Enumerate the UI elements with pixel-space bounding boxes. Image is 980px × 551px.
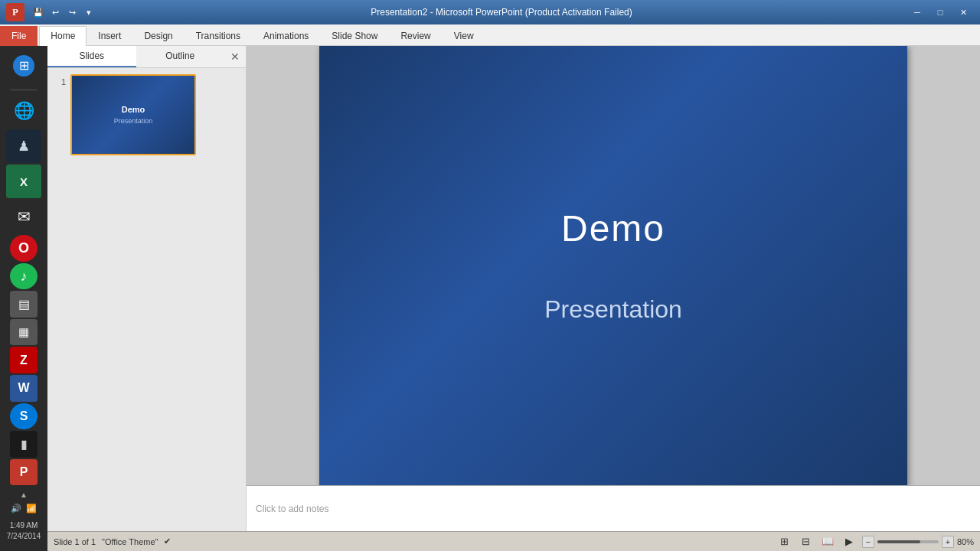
thumbnails-list: 1 Demo Presentation bbox=[47, 68, 246, 531]
save-qat-button[interactable]: 💾 bbox=[31, 5, 46, 20]
reading-view-button[interactable]: 📖 bbox=[819, 534, 836, 549]
slide-sorter-button[interactable]: ⊟ bbox=[798, 534, 815, 549]
taskbar-terminal-icon[interactable]: ▮ bbox=[10, 431, 38, 458]
svg-text:⊞: ⊞ bbox=[19, 59, 29, 72]
start-button[interactable]: ⊞ bbox=[6, 49, 41, 83]
tab-animations[interactable]: Animations bbox=[252, 26, 320, 46]
notes-pane[interactable]: Click to add notes bbox=[247, 485, 980, 531]
ribbon-tabs: File Home Insert Design Transitions Anim… bbox=[0, 24, 980, 45]
minimize-button[interactable]: ─ bbox=[906, 4, 928, 21]
thumbnail-slide: Demo Presentation bbox=[72, 76, 194, 154]
taskbar-manager-icon[interactable]: ▦ bbox=[10, 319, 38, 346]
zoom-slider[interactable] bbox=[877, 540, 939, 543]
window-title: Presentation2 - Microsoft PowerPoint (Pr… bbox=[96, 7, 906, 18]
slide-count: Slide 1 of 1 bbox=[54, 537, 96, 546]
network-icon[interactable]: 🔊 bbox=[10, 502, 22, 514]
close-panel-button[interactable]: ✕ bbox=[224, 46, 246, 67]
close-button[interactable]: ✕ bbox=[952, 4, 974, 21]
slide-canvas[interactable]: Demo Presentation bbox=[319, 46, 907, 485]
taskbar-gmail-icon[interactable]: ✉ bbox=[6, 200, 41, 233]
volume-icon[interactable]: 📶 bbox=[25, 502, 38, 514]
tab-outline[interactable]: Outline bbox=[136, 46, 225, 67]
notes-placeholder[interactable]: Click to add notes bbox=[256, 504, 971, 514]
zoom-out-button[interactable]: − bbox=[862, 536, 874, 548]
customize-qat-button[interactable]: ▾ bbox=[81, 5, 96, 20]
ribbon: File Home Insert Design Transitions Anim… bbox=[0, 24, 980, 46]
normal-view-button[interactable]: ⊞ bbox=[776, 534, 793, 549]
theme-name: "Office Theme" bbox=[102, 537, 158, 546]
zoom-slider-fill bbox=[877, 540, 920, 543]
taskbar-spotify-icon[interactable]: ♪ bbox=[10, 263, 38, 290]
zoom-in-button[interactable]: + bbox=[942, 536, 954, 548]
slide-canvas-area[interactable]: Demo Presentation bbox=[247, 46, 980, 485]
quick-access-toolbar: 💾 ↩ ↪ ▾ bbox=[31, 5, 96, 20]
tab-insert[interactable]: Insert bbox=[87, 26, 132, 46]
taskbar-excel-icon[interactable]: X bbox=[6, 165, 41, 198]
tab-slides[interactable]: Slides bbox=[47, 46, 136, 67]
title-bar: P 💾 ↩ ↪ ▾ Presentation2 - Microsoft Powe… bbox=[0, 0, 980, 24]
taskbar-bottom-area: ▲ 🔊 📶 1:49 AM 7/24/2014 bbox=[0, 487, 47, 548]
taskbar-steam-icon[interactable]: ♟ bbox=[6, 129, 41, 163]
slide-panel: Slides Outline ✕ 1 Demo Presentation bbox=[47, 46, 980, 531]
thumbnail-subtitle: Presentation bbox=[114, 117, 153, 125]
status-right: ⊞ ⊟ 📖 ▶ − + 80% bbox=[776, 534, 974, 549]
maximize-button[interactable]: □ bbox=[929, 4, 951, 21]
undo-qat-button[interactable]: ↩ bbox=[47, 5, 63, 20]
slide-thumbnail[interactable]: Demo Presentation bbox=[70, 74, 196, 155]
content-area: ⊞ 🌐 ♟ X ✉ O ♪ ▤ ▦ Z W S ▮ P ▲ 🔊 📶 1:49 A… bbox=[0, 46, 980, 551]
window-controls: ─ □ ✕ bbox=[906, 4, 974, 21]
taskbar-filezilla-icon[interactable]: Z bbox=[10, 347, 38, 373]
thumbnails-pane: Slides Outline ✕ 1 Demo Presentation bbox=[47, 46, 247, 531]
slide-subtitle-text[interactable]: Presentation bbox=[544, 295, 682, 324]
slideshow-view-button[interactable]: ▶ bbox=[841, 534, 858, 549]
thumbnail-tab-bar: Slides Outline ✕ bbox=[47, 46, 246, 68]
taskbar-skype-icon[interactable]: S bbox=[10, 403, 38, 430]
thumbnail-title: Demo bbox=[122, 105, 145, 114]
tab-home[interactable]: Home bbox=[39, 26, 87, 46]
powerpoint-main: Slides Outline ✕ 1 Demo Presentation bbox=[47, 46, 980, 551]
windows-taskbar: ⊞ 🌐 ♟ X ✉ O ♪ ▤ ▦ Z W S ▮ P ▲ 🔊 📶 1:49 A… bbox=[0, 46, 47, 551]
taskbar-expand-button[interactable]: ▲ bbox=[6, 487, 41, 502]
powerpoint-logo-icon: P bbox=[6, 3, 24, 21]
tab-file[interactable]: File bbox=[0, 26, 38, 46]
taskbar-files-icon[interactable]: ▤ bbox=[10, 291, 38, 318]
list-item[interactable]: 1 Demo Presentation bbox=[54, 74, 240, 155]
tab-view[interactable]: View bbox=[443, 26, 485, 46]
taskbar-separator bbox=[10, 90, 38, 90]
slide-number: 1 bbox=[54, 74, 66, 86]
tab-review[interactable]: Review bbox=[389, 26, 442, 46]
tab-design[interactable]: Design bbox=[132, 26, 184, 46]
tab-transitions[interactable]: Transitions bbox=[185, 26, 252, 46]
taskbar-chrome-icon[interactable]: 🌐 bbox=[6, 94, 41, 128]
status-left: Slide 1 of 1 "Office Theme" ✔ bbox=[54, 536, 776, 546]
zoom-bar: − + 80% bbox=[862, 536, 974, 548]
redo-qat-button[interactable]: ↪ bbox=[64, 5, 80, 20]
zoom-level[interactable]: 80% bbox=[957, 537, 974, 546]
tab-slideshow[interactable]: Slide Show bbox=[320, 26, 389, 46]
taskbar-word-icon[interactable]: W bbox=[10, 375, 38, 402]
slide-title-text[interactable]: Demo bbox=[561, 207, 665, 249]
taskbar-system-icons: 🔊 📶 bbox=[10, 502, 38, 514]
check-spelling-icon[interactable]: ✔ bbox=[164, 536, 171, 546]
taskbar-opera-icon[interactable]: O bbox=[10, 235, 38, 262]
title-bar-left: P 💾 ↩ ↪ ▾ bbox=[6, 3, 96, 21]
taskbar-powerpoint-icon[interactable]: P bbox=[10, 459, 38, 486]
slide-editor: Demo Presentation Click to add notes bbox=[247, 46, 980, 531]
system-clock[interactable]: 1:49 AM 7/24/2014 bbox=[7, 517, 41, 545]
status-bar: Slide 1 of 1 "Office Theme" ✔ ⊞ ⊟ 📖 ▶ − … bbox=[47, 531, 980, 551]
